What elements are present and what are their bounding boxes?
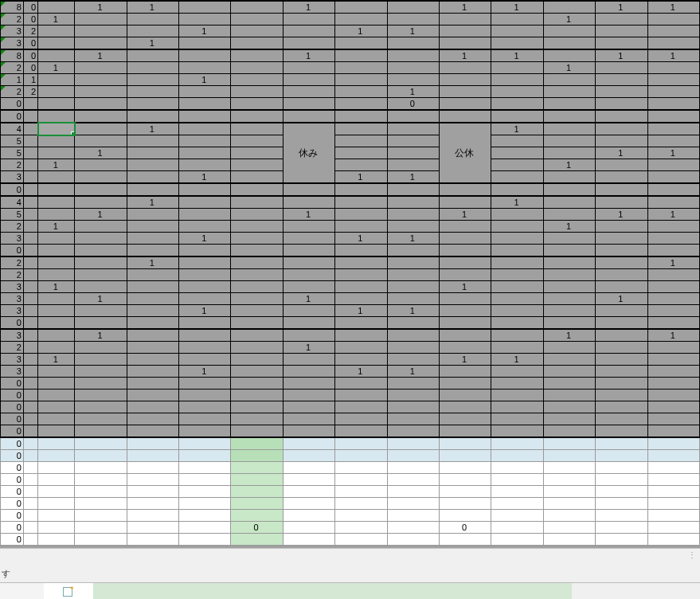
cell[interactable] <box>231 98 283 111</box>
cell-col-a[interactable]: 3 <box>1 366 24 378</box>
cell[interactable] <box>179 413 231 425</box>
cell[interactable] <box>283 281 334 293</box>
cell[interactable] <box>491 437 543 450</box>
cell-col-b[interactable] <box>23 425 37 438</box>
cell[interactable] <box>543 354 595 366</box>
cell[interactable] <box>335 14 387 25</box>
cell[interactable] <box>439 486 491 498</box>
cell[interactable] <box>439 110 491 123</box>
cell-col-a[interactable]: 0 <box>1 245 24 257</box>
merged-cell-yasumi[interactable]: 休み <box>283 123 334 183</box>
task-seg-3[interactable] <box>93 583 573 599</box>
cell[interactable]: 1 <box>439 281 491 293</box>
cell[interactable] <box>491 14 543 25</box>
cell[interactable] <box>543 305 595 317</box>
cell[interactable] <box>387 196 439 209</box>
cell[interactable] <box>647 159 699 171</box>
cell[interactable] <box>543 49 595 62</box>
cell[interactable] <box>231 534 283 546</box>
cell[interactable] <box>335 293 387 305</box>
cell-col-b[interactable]: 0 <box>23 1 37 14</box>
cell[interactable] <box>231 209 283 221</box>
cell[interactable] <box>439 233 491 245</box>
cell[interactable] <box>387 256 439 269</box>
cell[interactable] <box>283 86 334 98</box>
cell[interactable] <box>127 378 178 390</box>
cell[interactable] <box>231 437 283 450</box>
cell[interactable] <box>127 329 178 342</box>
cell[interactable] <box>335 462 387 474</box>
cell[interactable] <box>491 233 543 245</box>
cell-col-a[interactable]: 3 <box>1 233 24 245</box>
cell[interactable] <box>283 378 334 390</box>
cell[interactable] <box>387 317 439 330</box>
cell[interactable] <box>179 209 231 221</box>
cell[interactable] <box>543 510 595 522</box>
cell[interactable] <box>647 462 699 474</box>
cell[interactable] <box>335 196 387 209</box>
cell[interactable] <box>491 62 543 74</box>
cell[interactable] <box>127 159 178 171</box>
cell[interactable] <box>75 171 127 184</box>
cell[interactable] <box>543 256 595 269</box>
cell-col-b[interactable]: 0 <box>23 14 37 25</box>
cell[interactable] <box>387 534 439 546</box>
cell[interactable] <box>283 510 334 522</box>
cell[interactable] <box>387 450 439 462</box>
cell[interactable] <box>647 366 699 378</box>
cell[interactable] <box>283 522 334 534</box>
cell[interactable] <box>543 474 595 486</box>
cell[interactable] <box>75 256 127 269</box>
cell[interactable] <box>596 437 647 450</box>
cell[interactable] <box>179 256 231 269</box>
cell[interactable] <box>491 147 543 159</box>
cell[interactable] <box>179 147 231 159</box>
cell[interactable]: 1 <box>75 329 127 342</box>
cell[interactable] <box>596 522 647 534</box>
cell[interactable] <box>439 366 491 378</box>
cell-col-b[interactable]: 1 <box>23 74 37 86</box>
cell[interactable] <box>543 196 595 209</box>
cell[interactable]: 1 <box>127 1 178 14</box>
cell[interactable] <box>596 159 647 171</box>
cell[interactable] <box>38 110 75 123</box>
cell[interactable] <box>283 437 334 450</box>
cell[interactable] <box>543 135 595 147</box>
cell-col-a[interactable]: 5 <box>1 209 24 221</box>
cell[interactable] <box>335 74 387 86</box>
cell[interactable] <box>283 14 334 25</box>
cell[interactable] <box>335 498 387 510</box>
cell[interactable] <box>543 413 595 425</box>
cell[interactable] <box>647 450 699 462</box>
cell[interactable] <box>231 49 283 62</box>
cell[interactable] <box>38 196 75 209</box>
cell[interactable] <box>179 401 231 413</box>
cell[interactable] <box>75 305 127 317</box>
cell[interactable] <box>387 49 439 62</box>
cell[interactable] <box>127 354 178 366</box>
cell-col-b[interactable] <box>23 498 37 510</box>
cell-col-b[interactable] <box>23 147 37 159</box>
cell[interactable]: 1 <box>335 171 387 184</box>
cell[interactable] <box>75 221 127 233</box>
cell-col-b[interactable] <box>23 98 37 111</box>
cell[interactable] <box>596 25 647 37</box>
cell[interactable] <box>127 49 178 62</box>
cell-col-b[interactable] <box>23 233 37 245</box>
cell[interactable] <box>231 390 283 401</box>
cell[interactable] <box>596 317 647 330</box>
cell[interactable] <box>387 183 439 196</box>
cell[interactable] <box>38 486 75 498</box>
cell[interactable] <box>179 98 231 111</box>
cell[interactable] <box>439 437 491 450</box>
cell[interactable] <box>647 37 699 50</box>
cell[interactable] <box>231 305 283 317</box>
cell[interactable] <box>439 413 491 425</box>
cell-col-a[interactable]: 0 <box>1 450 24 462</box>
cell[interactable] <box>179 293 231 305</box>
cell[interactable]: 1 <box>439 354 491 366</box>
cell[interactable] <box>439 37 491 50</box>
cell[interactable] <box>75 281 127 293</box>
cell-col-b[interactable] <box>23 245 37 257</box>
cell[interactable] <box>647 390 699 401</box>
